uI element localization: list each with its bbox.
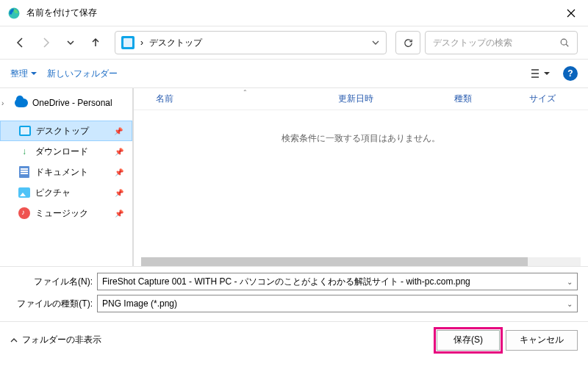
tree-item-downloads[interactable]: ↓ ダウンロード 📌 <box>0 141 132 162</box>
close-button[interactable] <box>554 0 588 26</box>
save-button[interactable]: 保存(S) <box>437 330 500 351</box>
chevron-up-icon <box>10 337 18 344</box>
tree-item-pictures[interactable]: ピクチャ 📌 <box>0 182 132 203</box>
empty-message: 検索条件に一致する項目はありません。 <box>134 132 588 145</box>
save-fields: ファイル名(N): ⌄ ファイルの種類(T): PNG Image (*.png… <box>0 266 588 321</box>
tree-item-desktop[interactable]: デスクトップ 📌 <box>0 121 132 141</box>
tree-label: OneDrive - Personal <box>32 98 126 108</box>
tree-label: ミュージック <box>35 207 110 220</box>
navbar: › デスクトップ <box>0 26 588 59</box>
svg-point-1 <box>561 39 567 45</box>
new-folder-label: 新しいフォルダー <box>47 68 118 80</box>
pin-icon: 📌 <box>115 189 123 197</box>
horizontal-scrollbar[interactable] <box>141 257 581 266</box>
filetype-value: PNG Image (*.png) <box>102 298 177 309</box>
address-bar[interactable]: › デスクトップ <box>115 31 387 54</box>
filename-input[interactable] <box>102 276 567 287</box>
help-button[interactable]: ? <box>563 66 578 81</box>
up-button[interactable] <box>85 32 106 53</box>
search-icon <box>559 37 570 48</box>
view-options-button[interactable] <box>526 65 554 82</box>
address-location: デスクトップ <box>149 37 202 49</box>
column-date[interactable]: 更新日時 <box>338 93 454 105</box>
pin-icon: 📌 <box>114 127 123 135</box>
pin-icon: 📌 <box>115 209 123 218</box>
documents-icon <box>18 165 31 179</box>
pin-icon: 📌 <box>115 148 123 156</box>
body-area: › OneDrive - Personal デスクトップ 📌 ↓ ダウンロード … <box>0 88 588 266</box>
folder-tree: › OneDrive - Personal デスクトップ 📌 ↓ ダウンロード … <box>0 88 134 266</box>
organize-label: 整理 <box>10 68 28 80</box>
music-icon <box>18 207 31 220</box>
tree-item-onedrive[interactable]: › OneDrive - Personal <box>0 93 132 113</box>
filename-label: ファイル名(N): <box>10 276 93 288</box>
download-icon: ↓ <box>18 145 31 158</box>
toolbar: 整理 新しいフォルダー ? <box>0 59 588 88</box>
cancel-button[interactable]: キャンセル <box>506 330 578 351</box>
chevron-right-icon: › <box>1 99 10 107</box>
address-separator: › <box>140 37 143 48</box>
chevron-down-icon[interactable] <box>371 38 380 47</box>
pin-icon: 📌 <box>115 168 123 176</box>
tree-label: ダウンロード <box>35 146 110 158</box>
edge-app-icon <box>7 7 21 20</box>
filename-combobox[interactable]: ⌄ <box>97 273 578 290</box>
forward-button[interactable] <box>35 32 56 53</box>
column-size[interactable]: サイズ <box>529 93 566 105</box>
footer: フォルダーの非表示 保存(S) キャンセル <box>0 321 588 358</box>
desktop-icon <box>121 36 135 49</box>
recent-locations-button[interactable] <box>60 32 81 53</box>
refresh-button[interactable] <box>395 31 420 54</box>
filetype-combobox[interactable]: PNG Image (*.png) ⌄ <box>97 295 578 312</box>
onedrive-icon <box>15 96 28 110</box>
search-input[interactable] <box>433 37 559 48</box>
desktop-icon <box>18 124 32 137</box>
file-list: ⌃ 名前 更新日時 種類 サイズ 検索条件に一致する項目はありません。 <box>134 88 588 266</box>
new-folder-button[interactable]: 新しいフォルダー <box>47 68 118 80</box>
titlebar: 名前を付けて保存 <box>0 0 588 26</box>
back-button[interactable] <box>10 32 31 53</box>
tree-item-documents[interactable]: ドキュメント 📌 <box>0 162 132 182</box>
hide-folders-toggle[interactable]: フォルダーの非表示 <box>10 334 101 346</box>
organize-menu[interactable]: 整理 <box>10 68 37 80</box>
sort-indicator-icon: ⌃ <box>243 89 248 96</box>
tree-item-music[interactable]: ミュージック 📌 <box>0 203 132 223</box>
window-title: 名前を付けて保存 <box>26 7 97 19</box>
chevron-down-icon[interactable]: ⌄ <box>567 278 573 286</box>
tree-label: ドキュメント <box>35 166 110 179</box>
search-box[interactable] <box>425 31 578 54</box>
tree-label: ピクチャ <box>35 187 110 199</box>
pictures-icon <box>18 186 31 199</box>
filetype-label: ファイルの種類(T): <box>10 298 93 310</box>
chevron-down-icon[interactable]: ⌄ <box>567 300 573 308</box>
hide-folders-label: フォルダーの非表示 <box>22 334 101 346</box>
tree-label: デスクトップ <box>36 125 110 137</box>
column-type[interactable]: 種類 <box>454 93 529 105</box>
column-headers: ⌃ 名前 更新日時 種類 サイズ <box>134 88 588 110</box>
